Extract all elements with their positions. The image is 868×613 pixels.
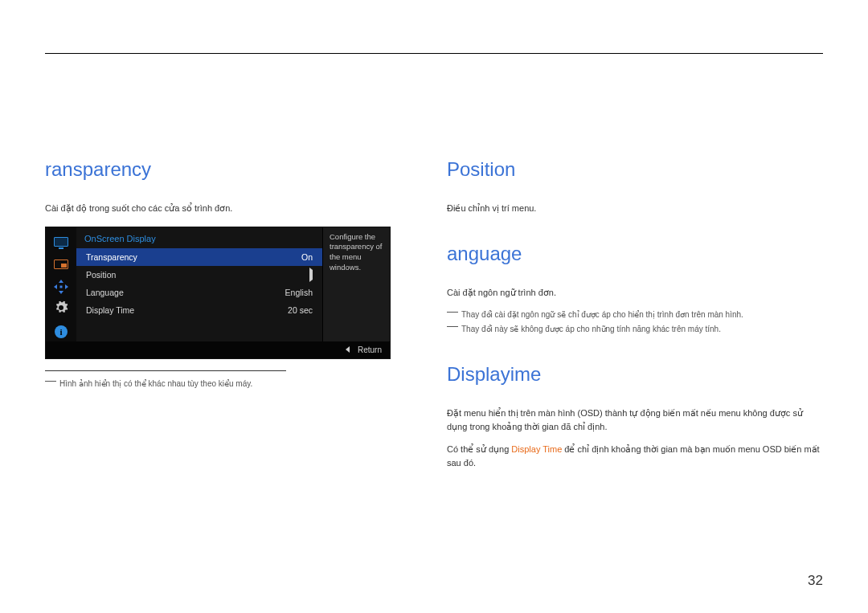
heading-language: anguage	[447, 243, 823, 265]
heading-transparency: ransparency	[45, 158, 399, 181]
svg-marker-0	[59, 280, 63, 283]
osd-row-value: On	[301, 252, 313, 262]
osd-title: OnScreen Display	[76, 227, 322, 248]
osd-row-value: 20 sec	[288, 305, 313, 315]
osd-row-label: Transparency	[86, 252, 137, 262]
move-arrows-icon	[51, 277, 72, 296]
chevron-right-icon	[309, 270, 313, 280]
svg-marker-3	[65, 284, 68, 289]
osd-footer: Return	[46, 341, 390, 358]
osd-screenshot: i OnScreen Display Transparency On Posit…	[45, 227, 391, 359]
osd-description-panel: Configure the transparency of the menu w…	[322, 227, 390, 341]
heading-displaytime: Displayime	[447, 363, 823, 386]
monitor-icon	[51, 232, 72, 251]
return-label[interactable]: Return	[358, 345, 382, 354]
osd-row-label: Position	[86, 270, 116, 280]
transparency-desc: Cài đặt độ trong suốt cho các cửa sổ trì…	[45, 202, 399, 215]
svg-marker-2	[54, 284, 57, 289]
pip-icon	[51, 255, 72, 274]
position-desc: Điều chỉnh vị trí menu.	[447, 202, 823, 215]
osd-row-label: Language	[86, 288, 124, 297]
displaytime-desc-1: Đặt menu hiển thị trên màn hình (OSD) th…	[447, 407, 823, 433]
language-desc: Cài đặt ngôn ngữ trình đơn.	[447, 286, 823, 300]
osd-row-displaytime[interactable]: Display Time 20 sec	[76, 301, 322, 319]
transparency-footnote: Hình ảnh hiển thị có thể khác nhau tùy t…	[45, 378, 399, 390]
osd-row-value: English	[285, 288, 313, 297]
osd-row-language[interactable]: Language English	[76, 284, 322, 301]
svg-marker-1	[59, 291, 63, 294]
displaytime-highlight: Display Time	[511, 444, 562, 454]
osd-sidebar: i	[46, 227, 76, 341]
back-arrow-icon	[346, 346, 350, 353]
svg-rect-4	[60, 285, 63, 288]
osd-row-position[interactable]: Position	[76, 266, 322, 284]
osd-row-transparency[interactable]: Transparency On	[76, 248, 322, 266]
top-divider	[45, 53, 823, 54]
info-icon: i	[51, 322, 72, 341]
gear-icon	[51, 300, 72, 319]
language-note-2: Thay đổi này sẽ không được áp cho những …	[447, 323, 823, 336]
footnote-divider	[45, 370, 286, 371]
heading-position: Position	[447, 158, 823, 181]
page-number: 32	[808, 573, 823, 589]
osd-main: OnScreen Display Transparency On Positio…	[76, 227, 322, 341]
osd-row-label: Display Time	[86, 305, 134, 315]
language-note-1: Thay đổi cài đặt ngôn ngữ sẽ chỉ được áp…	[447, 309, 823, 321]
displaytime-desc-2: Có thể sử dụng Display Time để chỉ định …	[447, 443, 823, 469]
